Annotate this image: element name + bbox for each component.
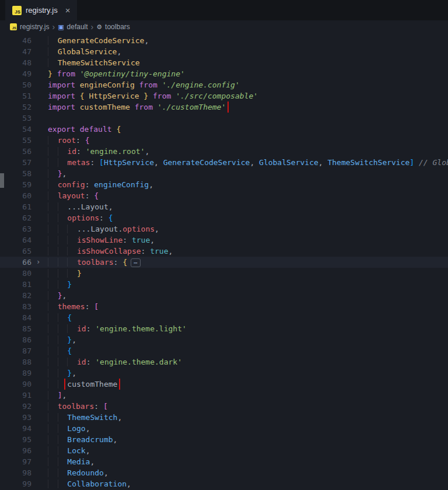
code-token: Collaboration — [67, 480, 127, 488]
indent-guide — [58, 413, 68, 422]
code-text: Breadcrumb, — [48, 434, 448, 445]
tab-close-icon[interactable]: × — [65, 5, 71, 15]
indent-guide — [58, 236, 68, 244]
code-line[interactable]: 84 { — [0, 312, 448, 323]
code-line[interactable]: 57 metas: [HttpService, GenerateCodeServ… — [0, 157, 448, 168]
indent-guide — [48, 236, 58, 244]
fold-chevron-icon[interactable]: › — [32, 257, 48, 268]
code-line[interactable]: 81 } — [0, 279, 448, 290]
breadcrumb-symbol-default[interactable]: default — [67, 23, 88, 31]
code-text: ...Layout.options, — [48, 223, 448, 235]
line-number: 46 — [0, 35, 32, 46]
line-number: 90 — [0, 379, 32, 390]
code-text: toolbars: [ — [48, 401, 448, 412]
code-line[interactable]: 99 Collaboration, — [0, 478, 448, 489]
code-line[interactable]: 55 root: { — [0, 135, 448, 146]
code-token: './src/composable' — [176, 92, 258, 100]
code-line[interactable]: 89 }, — [0, 368, 448, 379]
code-line[interactable]: 80 } — [0, 268, 448, 279]
code-line[interactable]: 49} from '@opentiny/tiny-engine' — [0, 68, 448, 79]
indent-guide — [48, 269, 58, 278]
line-number: 58 — [0, 168, 32, 179]
code-line[interactable]: 52import customTheme from './customTheme… — [0, 102, 448, 113]
js-file-icon: JS — [12, 6, 22, 15]
code-token — [171, 92, 176, 100]
code-line[interactable]: 58 }, — [0, 168, 448, 179]
code-line[interactable]: 65 isShowCollapse: true, — [0, 246, 448, 257]
indent-guide — [48, 468, 58, 477]
code-line[interactable]: 56 id: 'engine.root', — [0, 146, 448, 157]
code-line[interactable]: 82 }, — [0, 290, 448, 301]
breadcrumb-file[interactable]: registry.js — [20, 23, 49, 31]
code-token: ] — [410, 158, 414, 167]
code-line[interactable]: 50import engineConfig from './engine.con… — [0, 79, 448, 90]
indent-guide — [48, 480, 58, 488]
code-lines: 46 GenerateCodeService,47 GlobalService,… — [0, 35, 448, 489]
code-token: } — [67, 280, 72, 289]
code-line[interactable]: 94 Logo, — [0, 423, 448, 434]
code-line[interactable]: 83 themes: [ — [0, 301, 448, 312]
code-line[interactable]: 64 isShowLine: true, — [0, 235, 448, 246]
code-text: ThemeSwitchService — [48, 57, 448, 68]
code-line[interactable]: 59 config: engineConfig, — [0, 179, 448, 190]
code-line[interactable]: 91 ], — [0, 390, 448, 401]
code-token: { — [116, 125, 121, 134]
code-line[interactable]: 54export default { — [0, 124, 448, 135]
code-line[interactable]: 85 id: 'engine.theme.light' — [0, 323, 448, 334]
code-token: [ — [94, 302, 99, 311]
code-line[interactable]: 62 options: { — [0, 212, 448, 223]
code-line[interactable]: 46 GenerateCodeService, — [0, 35, 448, 46]
code-text: }, — [48, 368, 448, 379]
code-line[interactable]: 48 ThemeSwitchService — [0, 57, 448, 68]
indent-guide — [48, 446, 58, 455]
code-line[interactable]: 96 Lock, — [0, 445, 448, 456]
code-token: customTheme — [67, 380, 117, 388]
gutter-fold-column — [32, 301, 48, 312]
code-token: 'engine.root' — [86, 147, 145, 156]
code-line[interactable]: 93 ThemeSwitch, — [0, 412, 448, 423]
indent-guide — [48, 369, 58, 377]
line-number: 97 — [0, 456, 32, 467]
code-text: options: { — [48, 212, 448, 223]
code-token: : — [76, 136, 85, 145]
code-line[interactable]: 92 toolbars: [ — [0, 401, 448, 412]
gutter-fold-column — [32, 334, 48, 345]
code-token: : — [85, 180, 94, 189]
code-line[interactable]: 98 Redoundo, — [0, 467, 448, 478]
code-line[interactable]: 47 GlobalService, — [0, 46, 448, 57]
code-token — [75, 80, 80, 89]
line-number: 85 — [0, 323, 32, 334]
code-text: { — [48, 345, 448, 356]
code-line[interactable]: 61 ...Layout, — [0, 201, 448, 212]
indent-guide — [48, 291, 58, 300]
gutter-fold-column — [32, 246, 48, 257]
code-line[interactable]: 51import { HttpService } from './src/com… — [0, 90, 448, 102]
wrench-icon: ⚙ — [96, 23, 102, 31]
code-line[interactable]: 63 ...Layout.options, — [0, 223, 448, 235]
gutter-fold-column — [32, 113, 48, 124]
code-line[interactable]: 97 Media, — [0, 456, 448, 467]
code-line[interactable]: 88 id: 'engine.theme.dark' — [0, 356, 448, 368]
line-number: 88 — [0, 356, 32, 368]
code-line[interactable]: 87 { — [0, 345, 448, 356]
tab-registry-js[interactable]: JS registry.js × — [5, 0, 77, 20]
folded-code-badge[interactable]: ⋯ — [131, 258, 141, 267]
code-line[interactable]: 86 }, — [0, 334, 448, 345]
indent-guide — [58, 158, 68, 167]
code-token: isShowLine — [77, 236, 123, 244]
code-line[interactable]: 66› toolbars: {⋯ — [0, 257, 448, 268]
code-token: , — [104, 468, 108, 477]
indent-guide — [58, 258, 68, 267]
code-text: } from '@opentiny/tiny-engine' — [48, 68, 448, 79]
code-line[interactable]: 60 layout: { — [0, 190, 448, 201]
code-line[interactable]: 90 customTheme — [0, 379, 448, 390]
code-line[interactable]: 95 Breadcrumb, — [0, 434, 448, 445]
code-editor[interactable]: 46 GenerateCodeService,47 GlobalService,… — [0, 33, 448, 490]
code-text: isShowLine: true, — [48, 235, 448, 246]
code-line[interactable]: 53 — [0, 113, 448, 124]
code-token: options — [67, 214, 99, 222]
line-number: 84 — [0, 312, 32, 323]
breadcrumb-member-toolbars[interactable]: toolbars — [105, 23, 130, 31]
code-text: { — [48, 312, 448, 323]
indent-guide — [67, 269, 77, 278]
